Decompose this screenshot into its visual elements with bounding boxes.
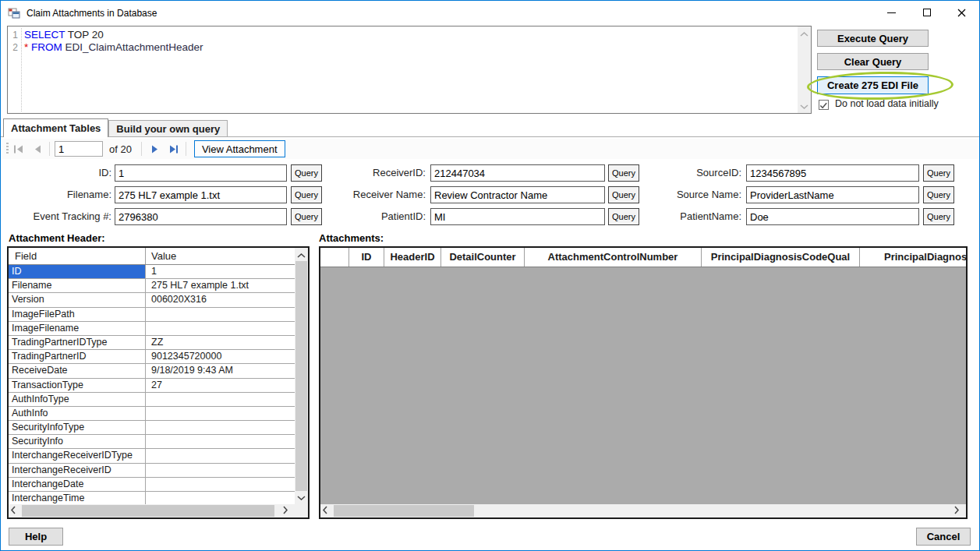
clear-query-button[interactable]: Clear Query xyxy=(817,53,929,70)
value-cell[interactable] xyxy=(146,322,295,335)
scroll-left-icon[interactable] xyxy=(10,505,21,517)
field-input-receiverid[interactable] xyxy=(430,164,605,182)
value-cell[interactable] xyxy=(146,449,295,462)
header-grid-row[interactable]: ID1 xyxy=(9,265,295,279)
field-cell[interactable]: Filename xyxy=(9,279,146,292)
query-button-receiver-name[interactable]: Query xyxy=(608,186,639,203)
value-cell[interactable]: 1 xyxy=(146,265,295,278)
tab-build-your-own-query[interactable]: Build your own query xyxy=(108,120,228,136)
field-cell[interactable]: ImageFilename xyxy=(9,322,146,335)
scrollbar-thumb[interactable] xyxy=(334,505,474,517)
field-input-patientname[interactable] xyxy=(746,208,919,225)
scroll-up-icon[interactable] xyxy=(798,28,811,39)
value-cell[interactable] xyxy=(146,435,295,448)
header-grid-row[interactable]: ImageFilePath xyxy=(9,308,295,322)
sql-editor-scrollbar[interactable] xyxy=(798,26,811,113)
query-button-patientid[interactable]: Query xyxy=(608,208,639,225)
value-cell[interactable]: 27 xyxy=(146,379,295,392)
attachments-column-header[interactable]: AttachmentControlNumber xyxy=(525,248,702,267)
scrollbar-thumb[interactable] xyxy=(22,505,274,517)
move-first-icon[interactable] xyxy=(10,141,27,157)
field-cell[interactable]: AuthInfoType xyxy=(9,393,146,406)
header-grid-row[interactable]: InterchangeReceiverIDType xyxy=(9,449,295,463)
minimize-icon[interactable] xyxy=(874,1,909,24)
field-cell[interactable]: InterchangeTime xyxy=(9,492,146,504)
header-grid-row[interactable]: Filename275 HL7 example 1.txt xyxy=(9,279,295,293)
attachments-column-header[interactable]: PrincipalDiagnosisCodeQual xyxy=(702,248,860,267)
query-button-source-name[interactable]: Query xyxy=(923,186,954,203)
header-grid-row[interactable]: InterchangeTime xyxy=(9,492,295,504)
scroll-up-icon[interactable] xyxy=(295,249,308,260)
header-grid-row[interactable]: AuthInfoType xyxy=(9,393,295,407)
toolbar-grip[interactable] xyxy=(6,143,9,155)
sql-line[interactable]: 1SELECT TOP 20 xyxy=(8,29,797,41)
header-grid-row[interactable]: SecurityInfo xyxy=(9,435,295,449)
header-grid-row[interactable]: ImageFilename xyxy=(9,322,295,336)
field-cell[interactable]: TradingPartnerID xyxy=(9,350,146,363)
attachments-grid-horizontal-scrollbar[interactable] xyxy=(320,504,966,517)
value-cell[interactable] xyxy=(146,393,295,406)
header-grid-row[interactable]: TradingPartnerID9012345720000 xyxy=(9,350,295,364)
attachments-column-header[interactable]: ID xyxy=(349,248,384,267)
value-cell[interactable] xyxy=(146,464,295,477)
query-button-event-tracking[interactable]: Query xyxy=(291,208,322,225)
value-cell[interactable] xyxy=(146,492,295,504)
field-input-filename[interactable] xyxy=(115,186,287,203)
header-grid-row[interactable]: InterchangeReceiverID xyxy=(9,464,295,478)
scroll-down-icon[interactable] xyxy=(295,492,308,503)
header-grid-row[interactable]: AuthInfo xyxy=(9,407,295,421)
column-header-field[interactable]: Field xyxy=(9,248,146,264)
field-input-sourceid[interactable] xyxy=(746,164,919,182)
scroll-right-icon[interactable] xyxy=(953,505,964,517)
value-cell[interactable]: ZZ xyxy=(146,336,295,349)
field-cell[interactable]: InterchangeDate xyxy=(9,478,146,491)
value-cell[interactable]: 9012345720000 xyxy=(146,350,295,363)
attachments-column-header[interactable]: PrincipalDiagnosis xyxy=(860,248,966,267)
query-button-patientname[interactable]: Query xyxy=(923,208,954,225)
scroll-left-icon[interactable] xyxy=(322,505,333,517)
field-cell[interactable]: ReceiveDate xyxy=(9,364,146,377)
cancel-button[interactable]: Cancel xyxy=(916,528,971,546)
field-cell[interactable]: InterchangeReceiverIDType xyxy=(9,449,146,462)
field-cell[interactable]: TransactionType xyxy=(9,379,146,392)
field-cell[interactable]: Version xyxy=(9,293,146,306)
field-cell[interactable]: AuthInfo xyxy=(9,407,146,420)
field-cell[interactable]: ImageFilePath xyxy=(9,308,146,321)
maximize-icon[interactable] xyxy=(909,1,944,24)
value-cell[interactable] xyxy=(146,478,295,491)
move-previous-icon[interactable] xyxy=(29,141,46,157)
header-grid-row[interactable]: TransactionType27 xyxy=(9,379,295,393)
value-cell[interactable]: 9/18/2019 9:43 AM xyxy=(146,364,295,377)
query-button-sourceid[interactable]: Query xyxy=(923,164,954,182)
scroll-right-icon[interactable] xyxy=(282,505,293,517)
header-grid-row[interactable]: InterchangeDate xyxy=(9,478,295,492)
close-icon[interactable] xyxy=(944,1,979,24)
record-position-input[interactable] xyxy=(55,141,103,157)
header-grid-row[interactable]: SecurityInfoType xyxy=(9,421,295,435)
scroll-down-icon[interactable] xyxy=(798,101,811,111)
do-not-load-checkbox[interactable] xyxy=(819,100,829,110)
header-grid-row[interactable]: TradingPartnerIDTypeZZ xyxy=(9,336,295,350)
field-cell[interactable]: ID xyxy=(9,265,146,278)
field-input-patientid[interactable] xyxy=(430,208,605,225)
header-grid-row[interactable]: ReceiveDate9/18/2019 9:43 AM xyxy=(9,364,295,378)
view-attachment-button[interactable]: View Attachment xyxy=(194,140,285,157)
sql-lines[interactable]: 1SELECT TOP 202* FROM EDI_ClaimAttachmen… xyxy=(8,29,797,54)
value-cell[interactable] xyxy=(146,407,295,420)
query-button-id[interactable]: Query xyxy=(291,164,322,182)
field-input-receiver-name[interactable] xyxy=(430,186,605,203)
value-cell[interactable]: 006020X316 xyxy=(146,293,295,306)
header-grid-horizontal-scrollbar[interactable] xyxy=(9,504,295,517)
field-input-event-tracking[interactable] xyxy=(115,208,287,225)
attachments-column-header[interactable]: DetailCounter xyxy=(441,248,525,267)
tab-attachment-tables[interactable]: Attachment Tables xyxy=(3,118,108,137)
scrollbar-thumb[interactable] xyxy=(295,261,307,491)
query-button-filename[interactable]: Query xyxy=(291,186,322,203)
header-grid-row[interactable]: Version006020X316 xyxy=(9,293,295,307)
field-cell[interactable]: SecurityInfo xyxy=(9,435,146,448)
attachments-column-header[interactable]: HeaderID xyxy=(384,248,441,267)
header-grid-vertical-scrollbar[interactable] xyxy=(295,248,308,504)
create-275-edi-file-button[interactable]: Create 275 EDI File xyxy=(817,76,929,94)
field-cell[interactable]: SecurityInfoType xyxy=(9,421,146,434)
execute-query-button[interactable]: Execute Query xyxy=(817,30,929,47)
